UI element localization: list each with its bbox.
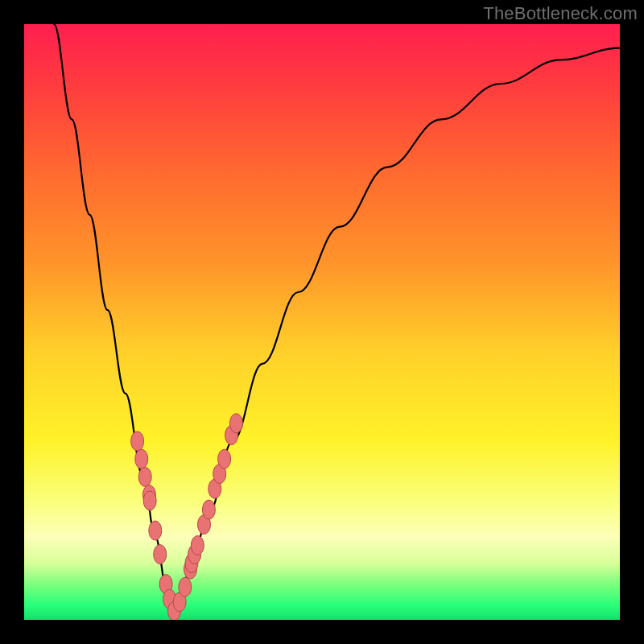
marker-dot [138, 467, 151, 486]
marker-dot [202, 500, 215, 519]
outer-frame: TheBottleneck.com [0, 0, 644, 644]
gradient-background [24, 24, 620, 620]
marker-dot [218, 449, 231, 469]
watermark-text: TheBottleneck.com [483, 3, 638, 24]
chart-svg [24, 24, 620, 620]
marker-dot [229, 414, 242, 433]
marker-dot [154, 545, 167, 564]
marker-dot [179, 577, 192, 597]
marker-dot [131, 431, 144, 451]
marker-dot [191, 536, 204, 555]
marker-dot [143, 491, 156, 510]
marker-dot [135, 449, 148, 469]
marker-dot [149, 521, 162, 540]
plot-area [24, 24, 620, 620]
